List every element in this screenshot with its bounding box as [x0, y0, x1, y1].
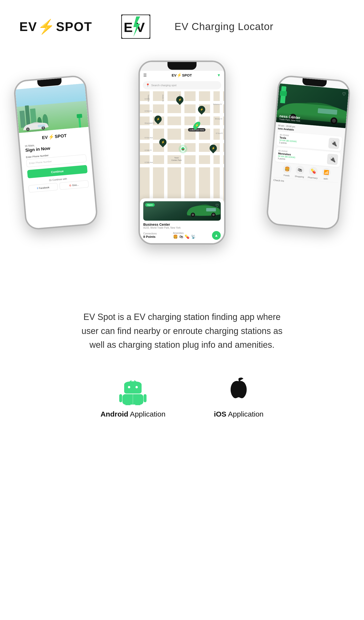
card-title: Business Center — [143, 223, 221, 226]
street-label-biscay: Biscay Ct — [215, 118, 222, 120]
map-screen: ☰ EV⚡SPOT ▼ 📍 Search charging spot — [140, 62, 224, 243]
card-heart-icon[interactable]: ♡ — [215, 203, 219, 208]
ios-bold: iOS — [214, 410, 227, 418]
description-text: EV Spot is a EV charging station finding… — [80, 310, 284, 352]
platforms-section: Android Application iOS Application — [0, 366, 364, 442]
search-bar[interactable]: 📍 Search charging spot — [143, 81, 221, 89]
google-button[interactable]: G Goo... — [59, 180, 89, 190]
facebook-label: Facebook — [39, 186, 50, 189]
evspot-logo: EV ⚡ SPOT — [19, 18, 92, 35]
pin-bolt-active: ⚡ — [195, 123, 199, 127]
google-icon: G — [69, 184, 71, 187]
description-section: EV Spot is a EV charging station finding… — [66, 291, 298, 366]
street-label-4: E 51st Ave — [145, 137, 153, 139]
ios-platform: iOS Application — [214, 376, 264, 418]
phones-container: EV⚡SPOT Hi Mate, Sign in Now Enter Phone… — [0, 53, 364, 291]
phone-input-text: Enter Phone Number — [29, 160, 52, 164]
login-hero — [15, 83, 89, 133]
map-pin-2[interactable]: ⚡ — [198, 106, 205, 115]
card-bottom-row: Connections 8 Points Amenities 🍔 🛍 💊 📡 — [143, 231, 221, 240]
svg-rect-27 — [119, 394, 122, 402]
mute-button-center — [138, 86, 139, 96]
card-connections: Connections 8 Points — [143, 232, 157, 239]
street-label-5: E 50th Pl — [145, 149, 152, 151]
map-pin-active[interactable]: ⚡ 3.8km (10 min) — [193, 123, 200, 132]
pharmacy-icon: 💊 — [309, 167, 318, 176]
google-label: Goo... — [72, 183, 79, 186]
card-address: A233, World Trade Park, New York — [143, 226, 221, 229]
tagline: EV Charging Locator — [174, 21, 273, 32]
ev-icon-logo: E V — [121, 15, 150, 39]
android-icon — [118, 376, 147, 405]
map-topbar: ☰ EV⚡SPOT ▼ — [140, 71, 224, 80]
foods-label: Foods — [283, 174, 290, 177]
pin-circle-1: ⚡ — [175, 95, 185, 105]
pin-bolt-2: ⚡ — [200, 108, 204, 111]
detail-body: 00 am - 20:00 pm ions Available $0.05/kW… — [267, 122, 345, 229]
vol-down-center — [138, 115, 139, 129]
logo-spot: SPOT — [56, 19, 92, 34]
amenity-pharmacy: 💊 Pharmacy — [308, 166, 318, 179]
android-svg — [118, 376, 147, 405]
detail-heart-icon[interactable]: ♡ — [342, 91, 346, 97]
street-label-v1: Tower Rd — [148, 95, 149, 102]
android-platform: Android Application — [100, 376, 165, 418]
phone-right: ♡ ness Center Trade Park, New York 00 am… — [266, 75, 351, 231]
tesla-info: $0.05/kW Tesla 34 kW ($0.02/kW) 2 points — [279, 133, 327, 148]
street-label-bahama: Bahama Ct — [213, 103, 222, 105]
android-bold: Android — [100, 410, 128, 418]
facebook-icon: f — [37, 187, 38, 190]
map-pin-1[interactable]: ⚡ — [176, 96, 183, 105]
map-pin-5[interactable]: ⚡ — [210, 145, 217, 153]
amenity-icon-3: 💊 — [185, 234, 190, 239]
pharmacy-label: Pharmacy — [308, 176, 318, 179]
svg-point-24 — [128, 386, 130, 388]
card-open-badge: Open — [145, 203, 155, 207]
user-location: 🚗 — [179, 145, 187, 153]
map-pin-3[interactable]: ⚡ — [154, 116, 162, 124]
park-label: TownCenter Park — [171, 157, 182, 162]
amenities-label: Amenities — [173, 232, 196, 234]
ios-rest: Application — [226, 410, 263, 418]
phone-left: EV⚡SPOT Hi Mate, Sign in Now Enter Phone… — [13, 75, 99, 231]
location-pin-icon: 📍 — [146, 83, 150, 87]
user-dot-inner: 🚗 — [181, 147, 185, 151]
street-label-2: E 53rd Dr — [145, 110, 152, 112]
street-label-v2: Andes St — [162, 95, 164, 101]
map-area: E 54th E 53rd Dr Elmendorf Dr E 51st Ave… — [140, 91, 224, 243]
amenity-icon-1: 🍔 — [173, 234, 178, 239]
login-screen: EV⚡SPOT Hi Mate, Sign in Now Enter Phone… — [15, 76, 97, 229]
login-content: EV⚡SPOT Hi Mate, Sign in Now Enter Phone… — [19, 127, 97, 229]
pin-bolt-4: ⚡ — [161, 140, 165, 144]
detail-screen: ♡ ness Center Trade Park, New York 00 am… — [267, 76, 349, 229]
logo-ev: EV — [19, 19, 37, 34]
navigate-button[interactable]: ▲ — [212, 231, 221, 240]
wifi-icon: 📶 — [322, 168, 331, 177]
facebook-button[interactable]: f Facebook — [28, 183, 58, 193]
pin-circle-3: ⚡ — [153, 114, 163, 124]
shopping-label: Shopping — [295, 175, 304, 178]
hamburger-icon[interactable]: ☰ — [143, 73, 147, 78]
filter-icon[interactable]: ▼ — [217, 73, 221, 78]
vol-up-center — [138, 100, 139, 113]
wifi-label: WiFi — [324, 178, 328, 180]
svg-point-13 — [212, 214, 215, 216]
amenity-shopping: 🛍 Shopping — [295, 165, 305, 178]
svg-rect-28 — [144, 394, 147, 402]
pin-bolt-3: ⚡ — [156, 117, 160, 121]
amenity-icons: 🍔 🛍 💊 📡 — [173, 234, 196, 239]
street-label-e51: E 51st Pl — [216, 132, 223, 134]
foods-icon: 🍔 — [282, 164, 292, 174]
connections-label: Connections — [143, 232, 157, 235]
pin-bolt-5: ⚡ — [212, 147, 215, 150]
svg-point-25 — [136, 386, 138, 388]
phone-center: ☰ EV⚡SPOT ▼ 📍 Search charging spot — [138, 61, 226, 245]
hero-image — [15, 83, 89, 133]
android-rest: Application — [128, 410, 165, 418]
amenity-wifi: 📶 WiFi — [321, 168, 331, 180]
street-label-6: E 50th Ave — [145, 162, 153, 163]
ios-svg — [224, 376, 253, 405]
pin-circle-4: ⚡ — [158, 137, 168, 147]
map-pin-4[interactable]: ⚡ — [159, 139, 167, 147]
ios-label: iOS Application — [214, 410, 264, 418]
